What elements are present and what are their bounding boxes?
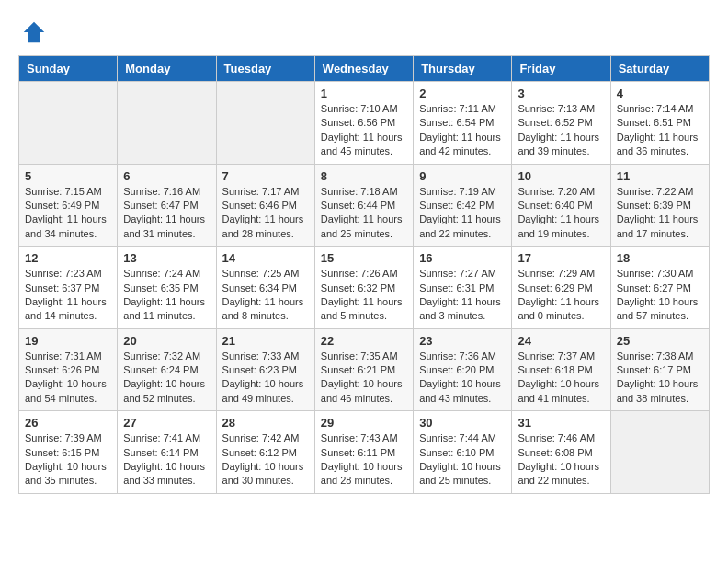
calendar-cell: 19Sunrise: 7:31 AM Sunset: 6:26 PM Dayli… <box>19 328 118 411</box>
calendar-cell: 30Sunrise: 7:44 AM Sunset: 6:10 PM Dayli… <box>414 411 512 494</box>
calendar-cell: 13Sunrise: 7:24 AM Sunset: 6:35 PM Dayli… <box>118 247 216 329</box>
day-number: 8 <box>321 169 407 183</box>
calendar-cell: 8Sunrise: 7:18 AM Sunset: 6:44 PM Daylig… <box>314 164 413 247</box>
day-info: Sunrise: 7:37 AM Sunset: 6:18 PM Dayligh… <box>518 350 604 407</box>
day-number: 3 <box>518 86 604 100</box>
calendar-cell: 28Sunrise: 7:42 AM Sunset: 6:12 PM Dayli… <box>216 411 314 494</box>
calendar-cell: 7Sunrise: 7:17 AM Sunset: 6:46 PM Daylig… <box>216 164 314 247</box>
day-info: Sunrise: 7:33 AM Sunset: 6:23 PM Dayligh… <box>222 350 309 407</box>
calendar-table: SundayMondayTuesdayWednesdayThursdayFrid… <box>18 55 710 494</box>
calendar-cell: 6Sunrise: 7:16 AM Sunset: 6:47 PM Daylig… <box>118 164 216 247</box>
day-number: 16 <box>419 251 506 265</box>
day-info: Sunrise: 7:38 AM Sunset: 6:17 PM Dayligh… <box>617 350 703 407</box>
day-number: 17 <box>518 251 604 265</box>
day-number: 28 <box>222 416 309 430</box>
day-number: 26 <box>25 416 111 430</box>
day-info: Sunrise: 7:11 AM Sunset: 6:54 PM Dayligh… <box>419 102 506 159</box>
day-info: Sunrise: 7:36 AM Sunset: 6:20 PM Dayligh… <box>419 350 506 407</box>
day-number: 13 <box>123 251 210 265</box>
calendar-cell: 4Sunrise: 7:14 AM Sunset: 6:51 PM Daylig… <box>610 82 709 165</box>
day-number: 29 <box>321 416 407 430</box>
day-number: 31 <box>518 416 604 430</box>
calendar-cell: 29Sunrise: 7:43 AM Sunset: 6:11 PM Dayli… <box>314 411 413 494</box>
day-info: Sunrise: 7:23 AM Sunset: 6:37 PM Dayligh… <box>25 267 111 324</box>
day-number: 7 <box>222 169 309 183</box>
day-number: 27 <box>123 416 210 430</box>
calendar-cell: 2Sunrise: 7:11 AM Sunset: 6:54 PM Daylig… <box>414 82 512 165</box>
day-info: Sunrise: 7:19 AM Sunset: 6:42 PM Dayligh… <box>419 185 506 242</box>
day-info: Sunrise: 7:29 AM Sunset: 6:29 PM Dayligh… <box>518 267 604 324</box>
weekday-header-monday: Monday <box>118 56 216 82</box>
day-info: Sunrise: 7:17 AM Sunset: 6:46 PM Dayligh… <box>222 185 309 242</box>
calendar-cell: 21Sunrise: 7:33 AM Sunset: 6:23 PM Dayli… <box>216 328 314 411</box>
day-number: 2 <box>419 86 506 100</box>
weekday-header-tuesday: Tuesday <box>216 56 314 82</box>
day-info: Sunrise: 7:13 AM Sunset: 6:52 PM Dayligh… <box>518 102 604 159</box>
day-info: Sunrise: 7:41 AM Sunset: 6:14 PM Dayligh… <box>123 431 210 488</box>
day-info: Sunrise: 7:22 AM Sunset: 6:39 PM Dayligh… <box>617 185 703 242</box>
day-info: Sunrise: 7:26 AM Sunset: 6:32 PM Dayligh… <box>321 267 407 324</box>
day-number: 30 <box>419 416 506 430</box>
calendar-cell: 23Sunrise: 7:36 AM Sunset: 6:20 PM Dayli… <box>414 328 512 411</box>
weekday-header-thursday: Thursday <box>414 56 512 82</box>
calendar-cell: 5Sunrise: 7:15 AM Sunset: 6:49 PM Daylig… <box>19 164 118 247</box>
day-info: Sunrise: 7:15 AM Sunset: 6:49 PM Dayligh… <box>25 185 111 242</box>
day-number: 20 <box>123 334 210 348</box>
day-info: Sunrise: 7:25 AM Sunset: 6:34 PM Dayligh… <box>222 267 309 324</box>
svg-marker-0 <box>24 22 45 43</box>
day-info: Sunrise: 7:39 AM Sunset: 6:15 PM Dayligh… <box>25 431 111 488</box>
day-number: 14 <box>222 251 309 265</box>
day-number: 23 <box>419 334 506 348</box>
day-number: 6 <box>123 169 210 183</box>
day-info: Sunrise: 7:42 AM Sunset: 6:12 PM Dayligh… <box>222 431 309 488</box>
logo-icon <box>20 18 48 46</box>
calendar-cell: 31Sunrise: 7:46 AM Sunset: 6:08 PM Dayli… <box>512 411 610 494</box>
day-number: 24 <box>518 334 604 348</box>
calendar-cell: 22Sunrise: 7:35 AM Sunset: 6:21 PM Dayli… <box>314 328 413 411</box>
day-number: 10 <box>518 169 604 183</box>
calendar-cell: 9Sunrise: 7:19 AM Sunset: 6:42 PM Daylig… <box>414 164 512 247</box>
day-info: Sunrise: 7:10 AM Sunset: 6:56 PM Dayligh… <box>321 102 407 159</box>
weekday-header-saturday: Saturday <box>610 56 709 82</box>
weekday-header-friday: Friday <box>512 56 610 82</box>
day-number: 11 <box>617 169 703 183</box>
weekday-header-wednesday: Wednesday <box>314 56 413 82</box>
day-info: Sunrise: 7:32 AM Sunset: 6:24 PM Dayligh… <box>123 350 210 407</box>
calendar-cell: 12Sunrise: 7:23 AM Sunset: 6:37 PM Dayli… <box>19 247 118 329</box>
calendar-cell <box>118 82 216 165</box>
day-number: 12 <box>25 251 111 265</box>
day-info: Sunrise: 7:46 AM Sunset: 6:08 PM Dayligh… <box>518 431 604 488</box>
calendar-cell: 3Sunrise: 7:13 AM Sunset: 6:52 PM Daylig… <box>512 82 610 165</box>
day-number: 9 <box>419 169 506 183</box>
calendar-cell: 26Sunrise: 7:39 AM Sunset: 6:15 PM Dayli… <box>19 411 118 494</box>
day-number: 15 <box>321 251 407 265</box>
page-header <box>18 18 710 46</box>
calendar-cell: 16Sunrise: 7:27 AM Sunset: 6:31 PM Dayli… <box>414 247 512 329</box>
calendar-cell <box>19 82 118 165</box>
logo <box>18 18 48 46</box>
calendar-cell: 24Sunrise: 7:37 AM Sunset: 6:18 PM Dayli… <box>512 328 610 411</box>
day-info: Sunrise: 7:30 AM Sunset: 6:27 PM Dayligh… <box>617 267 703 324</box>
calendar-cell: 14Sunrise: 7:25 AM Sunset: 6:34 PM Dayli… <box>216 247 314 329</box>
calendar-cell: 18Sunrise: 7:30 AM Sunset: 6:27 PM Dayli… <box>610 247 709 329</box>
day-number: 22 <box>321 334 407 348</box>
calendar-cell: 15Sunrise: 7:26 AM Sunset: 6:32 PM Dayli… <box>314 247 413 329</box>
calendar-cell: 17Sunrise: 7:29 AM Sunset: 6:29 PM Dayli… <box>512 247 610 329</box>
day-info: Sunrise: 7:27 AM Sunset: 6:31 PM Dayligh… <box>419 267 506 324</box>
weekday-header-sunday: Sunday <box>19 56 118 82</box>
day-number: 18 <box>617 251 703 265</box>
day-number: 25 <box>617 334 703 348</box>
calendar-cell <box>216 82 314 165</box>
day-number: 5 <box>25 169 111 183</box>
day-number: 1 <box>321 86 407 100</box>
day-info: Sunrise: 7:24 AM Sunset: 6:35 PM Dayligh… <box>123 267 210 324</box>
day-info: Sunrise: 7:31 AM Sunset: 6:26 PM Dayligh… <box>25 350 111 407</box>
day-info: Sunrise: 7:20 AM Sunset: 6:40 PM Dayligh… <box>518 185 604 242</box>
calendar-cell: 1Sunrise: 7:10 AM Sunset: 6:56 PM Daylig… <box>314 82 413 165</box>
day-info: Sunrise: 7:16 AM Sunset: 6:47 PM Dayligh… <box>123 185 210 242</box>
calendar-cell <box>610 411 709 494</box>
day-info: Sunrise: 7:14 AM Sunset: 6:51 PM Dayligh… <box>617 102 703 159</box>
calendar-cell: 20Sunrise: 7:32 AM Sunset: 6:24 PM Dayli… <box>118 328 216 411</box>
day-info: Sunrise: 7:18 AM Sunset: 6:44 PM Dayligh… <box>321 185 407 242</box>
day-info: Sunrise: 7:44 AM Sunset: 6:10 PM Dayligh… <box>419 431 506 488</box>
